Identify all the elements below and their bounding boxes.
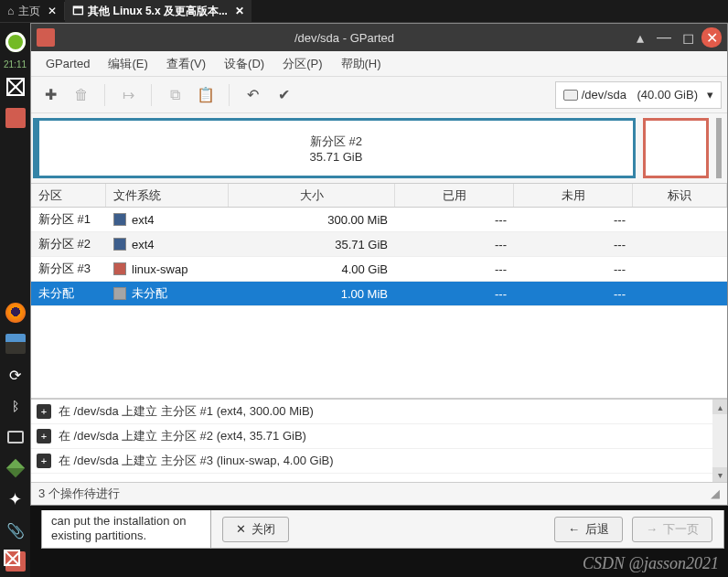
col-size[interactable]: 大小 [229, 184, 395, 207]
tab-vm[interactable]: 🗔 其他 Linux 5.x 及更高版本... ✕ [65, 0, 252, 22]
minimize-button[interactable]: — [654, 27, 674, 48]
gparted-window: /dev/sda - GParted ▴ — ◻ ✕ GParted 编辑(E)… [30, 23, 728, 506]
x-icon: ✕ [236, 522, 246, 536]
fs-swatch [113, 262, 126, 275]
operation-row[interactable]: +在 /dev/sda 上建立 主分区 #1 (ext4, 300.00 MiB… [31, 400, 727, 424]
cell-used: --- [395, 238, 514, 251]
delete-button: 🗑 [68, 81, 95, 109]
cell-filesystem: ext4 [106, 213, 229, 227]
cell-partition: 新分区 #2 [31, 236, 106, 252]
dock-attach[interactable]: 📎 [4, 518, 27, 542]
menu-device[interactable]: 设备(D) [215, 56, 273, 72]
add-icon: + [37, 404, 51, 419]
menu-edit[interactable]: 编辑(E) [99, 56, 156, 72]
dock-files[interactable] [4, 332, 27, 356]
close-button[interactable]: ✕关闭 [222, 517, 289, 542]
cell-size: 1.00 MiB [229, 287, 395, 301]
dock-gparted[interactable] [4, 106, 27, 130]
dock-workspace[interactable] [4, 75, 27, 99]
close-icon[interactable]: ✕ [48, 5, 57, 17]
cell-partition: 未分配 [31, 285, 106, 302]
copy-button: ⧉ [161, 81, 188, 109]
resize-grip[interactable]: ◢ [711, 486, 720, 500]
scroll-down[interactable]: ▾ [712, 467, 727, 482]
col-filesystem[interactable]: 文件系统 [106, 184, 229, 207]
menubar: GParted 编辑(E) 查看(V) 设备(D) 分区(P) 帮助(H) [31, 51, 727, 77]
op-text: 在 /dev/sda 上建立 主分区 #1 (ext4, 300.00 MiB) [59, 403, 314, 420]
scroll-up[interactable]: ▴ [712, 400, 727, 414]
cell-used: --- [395, 287, 514, 301]
titlebar: /dev/sda - GParted ▴ — ◻ ✕ [31, 24, 727, 51]
keep-above-button[interactable]: ▴ [630, 27, 650, 48]
map-part-name: 新分区 #2 [310, 134, 362, 150]
device-size: (40.00 GiB) [637, 88, 698, 102]
disk-map-swap-partition[interactable] [643, 118, 709, 178]
apply-button[interactable]: ✔ [270, 81, 297, 109]
back-button[interactable]: ←后退 [554, 517, 623, 542]
table-row[interactable]: 新分区 #1ext4300.00 MiB------ [31, 208, 727, 232]
menu-partition[interactable]: 分区(P) [273, 56, 331, 72]
close-icon[interactable]: ✕ [235, 5, 244, 17]
maximize-button[interactable]: ◻ [678, 27, 698, 48]
col-partition[interactable]: 分区 [31, 184, 106, 207]
disk-map: 新分区 #2 35.71 GiB [31, 113, 727, 183]
partition-table: 分区 文件系统 大小 已用 未用 标识 新分区 #1ext4300.00 MiB… [31, 183, 727, 398]
menu-view[interactable]: 查看(V) [157, 56, 215, 72]
installer-bar: can put the installation on existing par… [41, 506, 724, 553]
dock-star[interactable]: ✦ [4, 487, 27, 511]
cell-size: 35.71 GiB [229, 238, 395, 251]
vm-icon: 🗔 [72, 5, 83, 17]
app-icon [37, 28, 55, 47]
table-row[interactable]: 未分配未分配1.00 MiB------ [31, 282, 727, 306]
menu-gparted[interactable]: GParted [37, 57, 99, 70]
paste-button: 📋 [192, 81, 219, 109]
cell-used: --- [395, 213, 514, 227]
dock-bluetooth[interactable]: ᛒ [4, 394, 27, 418]
statusbar: 3 个操作待进行 ◢ [31, 482, 727, 504]
window-title: /dev/sda - GParted [62, 31, 626, 45]
map-part-size: 35.71 GiB [310, 150, 363, 164]
col-flags[interactable]: 标识 [633, 184, 727, 207]
table-row[interactable]: 新分区 #2ext435.71 GiB------ [31, 232, 727, 257]
cell-filesystem: ext4 [106, 238, 229, 251]
add-icon: + [37, 454, 51, 468]
cell-used: --- [395, 262, 514, 276]
operation-row[interactable]: +在 /dev/sda 上建立 主分区 #2 (ext4, 35.71 GiB) [31, 424, 727, 449]
cell-partition: 新分区 #3 [31, 261, 106, 277]
arrow-left-icon: ← [568, 522, 580, 536]
col-free[interactable]: 未用 [514, 184, 633, 207]
bottom-workspace-icon[interactable] [4, 550, 26, 572]
clock: 21:11 [4, 59, 27, 69]
close-button[interactable]: ✕ [701, 27, 722, 48]
scrollbar[interactable]: ▴ ▾ [712, 400, 727, 482]
new-partition-button[interactable]: ✚ [37, 81, 64, 109]
fs-swatch [113, 238, 126, 251]
toolbar: ✚ 🗑 ↦ ⧉ 📋 ↶ ✔ /dev/sda (40.00 GiB) ▾ [31, 77, 727, 113]
col-used[interactable]: 已用 [395, 184, 514, 207]
installer-note: can put the installation on existing par… [41, 510, 211, 549]
cell-size: 4.00 GiB [229, 262, 395, 276]
device-name: /dev/sda [582, 88, 626, 102]
undo-button[interactable]: ↶ [239, 81, 266, 109]
dock-firefox[interactable] [4, 301, 27, 325]
tab-vm-label: 其他 Linux 5.x 及更高版本... [88, 4, 228, 19]
next-button: →下一页 [632, 517, 712, 542]
op-text: 在 /dev/sda 上建立 主分区 #2 (ext4, 35.71 GiB) [59, 428, 306, 444]
add-icon: + [37, 429, 51, 443]
status-text: 3 个操作待进行 [38, 486, 120, 502]
device-selector[interactable]: /dev/sda (40.00 GiB) ▾ [555, 81, 722, 109]
dock-display[interactable] [4, 425, 27, 449]
operation-row[interactable]: +在 /dev/sda 上建立 主分区 #3 (linux-swap, 4.00… [31, 449, 727, 474]
chevron-down-icon: ▾ [707, 88, 713, 102]
dock-logo[interactable] [4, 30, 27, 54]
fs-swatch [113, 213, 126, 226]
tab-home[interactable]: ⌂ 主页 ✕ [0, 0, 64, 22]
arrow-right-icon: → [646, 522, 658, 536]
table-row[interactable]: 新分区 #3linux-swap4.00 GiB------ [31, 257, 727, 282]
dock-updates[interactable]: ⟳ [4, 363, 27, 387]
disk-map-main-partition[interactable]: 新分区 #2 35.71 GiB [37, 118, 636, 178]
menu-help[interactable]: 帮助(H) [332, 56, 391, 72]
cell-partition: 新分区 #1 [31, 211, 106, 228]
dock-packages[interactable] [4, 456, 27, 480]
disk-map-unallocated[interactable] [716, 118, 722, 178]
